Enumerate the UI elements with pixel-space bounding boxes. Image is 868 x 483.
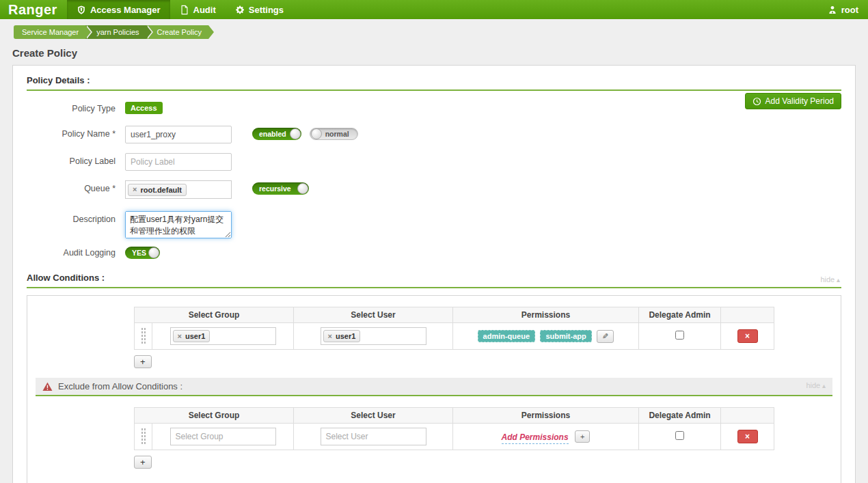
col-header-select-group: Select Group bbox=[135, 307, 294, 323]
edit-permissions-button[interactable] bbox=[597, 330, 614, 343]
nav-tab-label: Settings bbox=[249, 5, 284, 15]
col-header-delegate-admin: Delegate Admin bbox=[639, 307, 721, 323]
remove-tag-icon[interactable] bbox=[133, 186, 137, 193]
audit-logging-label: Audit Logging bbox=[27, 247, 116, 258]
delegate-admin-checkbox[interactable] bbox=[675, 431, 684, 440]
audit-logging-toggle[interactable]: YES bbox=[125, 247, 160, 259]
delegate-admin-checkbox[interactable] bbox=[675, 331, 684, 340]
description-row: Description 配置user1具有对yarn提交和管理作业的权限 bbox=[27, 211, 841, 238]
description-label: Description bbox=[27, 211, 116, 224]
toggle-knob bbox=[311, 128, 322, 139]
username-label: root bbox=[841, 5, 858, 15]
user-menu[interactable]: root bbox=[828, 0, 858, 19]
policy-details-heading: Policy Details : bbox=[27, 75, 841, 91]
breadcrumb-create-policy: Create Policy bbox=[146, 25, 208, 39]
toggle-knob bbox=[297, 183, 308, 194]
pencil-icon bbox=[602, 332, 608, 340]
exclude-conditions-heading: Exclude from Allow Conditions : hide bbox=[36, 378, 832, 396]
policy-status-toggles: enabled normal bbox=[252, 126, 358, 140]
group-select[interactable]: Select Group bbox=[170, 428, 276, 445]
drag-handle[interactable] bbox=[141, 428, 146, 445]
col-header-delegate-admin: Delegate Admin bbox=[639, 408, 721, 424]
table-header-row: Select Group Select User Permissions Del… bbox=[135, 408, 774, 424]
drag-handle[interactable] bbox=[141, 327, 146, 345]
hide-allow-conditions-link[interactable]: hide bbox=[820, 275, 840, 284]
user-select[interactable]: Select User bbox=[321, 428, 426, 445]
toggle-knob bbox=[290, 128, 301, 139]
allow-conditions-title: Allow Conditions : bbox=[27, 273, 105, 283]
permission-badge: submit-app bbox=[540, 330, 591, 342]
col-header-actions bbox=[721, 307, 774, 323]
col-header-permissions: Permissions bbox=[453, 307, 639, 323]
policy-details-form: Policy Type Access Policy Name * enabled… bbox=[27, 100, 841, 259]
group-select[interactable]: user1 bbox=[170, 327, 276, 345]
group-tag: user1 bbox=[173, 330, 211, 342]
policy-type-badge: Access bbox=[125, 102, 163, 114]
add-exclude-row-button[interactable]: + bbox=[134, 456, 152, 469]
breadcrumb-yarn-policies[interactable]: yarn Policies bbox=[85, 25, 146, 39]
col-header-actions bbox=[721, 408, 774, 424]
add-permissions-link[interactable]: Add Permissions bbox=[502, 432, 569, 444]
allow-conditions-box: Select Group Select User Permissions Del… bbox=[27, 295, 841, 483]
remove-tag-icon[interactable] bbox=[178, 333, 182, 340]
audit-logging-row: Audit Logging YES bbox=[27, 247, 841, 259]
user-select-placeholder: Select User bbox=[323, 432, 368, 441]
top-navbar: Ranger Access Manager Audit Settings roo… bbox=[0, 0, 868, 19]
user-icon bbox=[828, 5, 837, 15]
warning-icon bbox=[42, 382, 53, 391]
table-header-row: Select Group Select User Permissions Del… bbox=[135, 307, 774, 323]
nav-tab-label: Access Manager bbox=[90, 5, 161, 15]
gear-icon bbox=[235, 5, 245, 15]
breadcrumb-service-manager[interactable]: Service Manager bbox=[14, 25, 85, 39]
enabled-toggle[interactable]: enabled bbox=[252, 128, 301, 140]
policy-label-row: Policy Label bbox=[27, 153, 841, 171]
user-tag: user1 bbox=[323, 330, 361, 342]
exclude-conditions-table: Select Group Select User Permissions Del… bbox=[134, 407, 774, 450]
policy-name-input[interactable] bbox=[125, 126, 232, 143]
user-tag-label: user1 bbox=[336, 332, 355, 340]
shield-icon bbox=[77, 5, 86, 15]
add-allow-row-button[interactable]: + bbox=[134, 355, 152, 368]
delete-row-button[interactable]: × bbox=[737, 430, 758, 443]
toggle-knob bbox=[148, 247, 159, 258]
col-header-select-user: Select User bbox=[294, 307, 453, 323]
page-title: Create Policy bbox=[12, 47, 868, 59]
recursive-toggle[interactable]: recursive bbox=[252, 182, 309, 195]
queue-tag: root.default bbox=[128, 184, 187, 196]
add-permissions-button[interactable]: + bbox=[575, 430, 590, 443]
queue-row: Queue * root.default recursive bbox=[27, 180, 841, 199]
allow-conditions-table: Select Group Select User Permissions Del… bbox=[134, 307, 774, 350]
queue-tag-label: root.default bbox=[140, 186, 182, 194]
breadcrumb: Service Manager yarn Policies Create Pol… bbox=[0, 19, 868, 42]
allow-conditions-heading: Allow Conditions : hide bbox=[27, 273, 841, 288]
group-tag-label: user1 bbox=[185, 332, 205, 340]
policy-name-label: Policy Name * bbox=[27, 126, 116, 139]
queue-select[interactable]: root.default bbox=[125, 180, 232, 199]
add-validity-period-label: Add Validity Period bbox=[765, 96, 835, 106]
nav-tab-label: Audit bbox=[193, 5, 216, 15]
remove-tag-icon[interactable] bbox=[328, 333, 332, 340]
add-validity-period-button[interactable]: Add Validity Period bbox=[745, 93, 842, 109]
user-select[interactable]: user1 bbox=[321, 327, 426, 345]
exclude-conditions-title: Exclude from Allow Conditions : bbox=[58, 381, 182, 391]
delete-row-button[interactable]: × bbox=[737, 329, 758, 343]
policy-item-row: Select Group Select User Add Permissions… bbox=[135, 424, 774, 450]
app-logo[interactable]: Ranger bbox=[0, 0, 67, 19]
group-select-placeholder: Select Group bbox=[173, 432, 223, 441]
col-header-permissions: Permissions bbox=[453, 408, 639, 424]
policy-name-row: Policy Name * enabled normal bbox=[27, 126, 841, 143]
nav-tab-settings[interactable]: Settings bbox=[226, 0, 293, 19]
col-header-select-group: Select Group bbox=[135, 408, 294, 424]
file-icon bbox=[180, 5, 189, 15]
normal-override-toggle[interactable]: normal bbox=[310, 128, 358, 140]
create-policy-panel: Policy Details : Add Validity Period Pol… bbox=[12, 65, 856, 483]
recursive-toggle-wrap: recursive bbox=[252, 180, 309, 195]
description-textarea[interactable]: 配置user1具有对yarn提交和管理作业的权限 bbox=[125, 211, 232, 238]
queue-label: Queue * bbox=[27, 180, 116, 193]
policy-item-row: user1 user1 admin-queue bbox=[135, 323, 774, 350]
hide-exclude-conditions-link[interactable]: hide bbox=[806, 381, 826, 389]
nav-tab-access-manager[interactable]: Access Manager bbox=[67, 0, 170, 19]
policy-label-input[interactable] bbox=[125, 153, 232, 171]
permission-badge: admin-queue bbox=[478, 330, 535, 342]
nav-tab-audit[interactable]: Audit bbox=[170, 0, 226, 19]
